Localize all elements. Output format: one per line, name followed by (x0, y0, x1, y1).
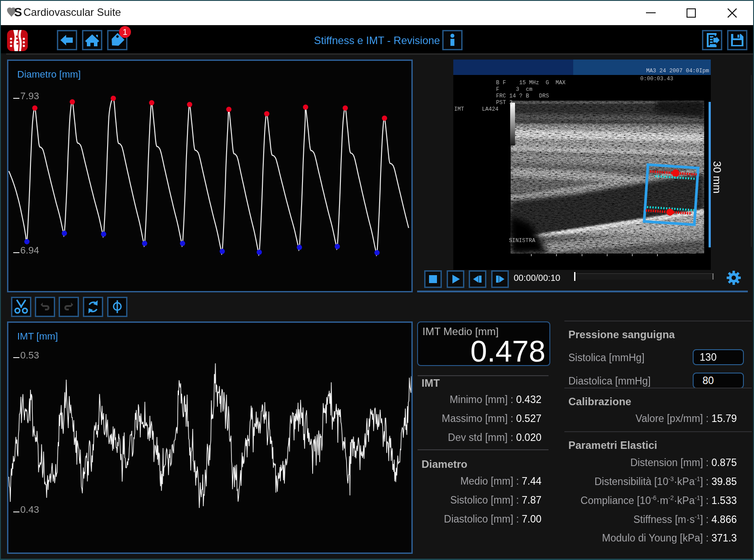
svg-text:S: S (14, 7, 22, 18)
